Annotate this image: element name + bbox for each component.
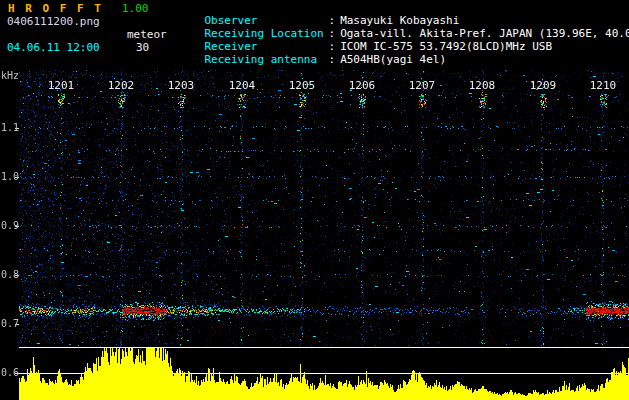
x-axis-label: 1209 [529,79,557,92]
x-axis-label: 1206 [348,79,376,92]
x-axis-label: 1204 [228,79,256,92]
y-axis-unit-label: kHz [1,70,19,81]
y-axis-label: 0.6 [1,367,19,378]
hrofft-window: { "header": { "app_title": "H R O F F T"… [0,0,629,400]
y-axis-label: 0.9 [1,220,19,231]
x-axis-label: 1202 [107,79,135,92]
mode-label: meteor [127,29,167,41]
y-axis-label: 1.0 [1,171,19,182]
x-axis-label: 1207 [408,79,436,92]
interval-value: 30 [136,42,149,54]
x-axis-label: 1205 [288,79,316,92]
x-axis-label: 1208 [468,79,496,92]
output-filename: 0406111200.png [7,16,100,28]
x-axis-label: 1210 [589,79,617,92]
info-value: A504HB(yagi 4el) [340,53,446,66]
y-axis-label: 0.8 [1,269,19,280]
datetime-label: 04.06.11 12:00 [7,42,100,54]
info-separator: : [329,53,336,66]
app-title: H R O F F T [8,3,103,15]
x-axis-label: 1201 [47,79,75,92]
y-axis-label: 1.1 [1,122,19,133]
app-version: 1.00 [122,3,149,15]
x-axis-label: 1203 [167,79,195,92]
spectrogram-canvas [0,70,629,400]
y-axis-label: 0.7 [1,318,19,329]
info-label: Receiving antenna [205,54,329,66]
